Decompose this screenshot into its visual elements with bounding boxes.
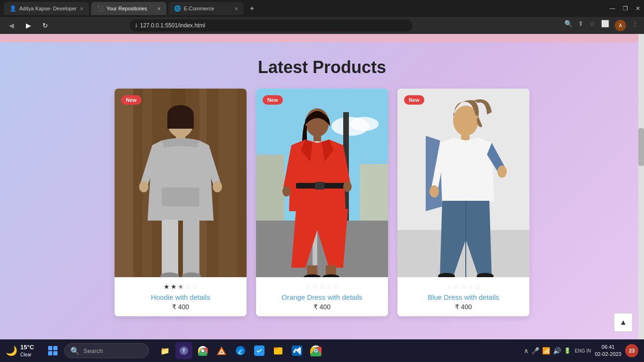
tab-close[interactable]: ✕ xyxy=(80,6,83,11)
tab-favicon: ⬛ xyxy=(97,5,104,12)
file-explorer-icon[interactable]: 📁 xyxy=(157,342,173,359)
svg-point-11 xyxy=(139,181,149,192)
star5: ☆ xyxy=(475,283,481,290)
svg-rect-13 xyxy=(162,220,178,277)
product-name-hoodie[interactable]: Hoodie with details xyxy=(122,293,239,301)
zoom-icon[interactable]: 🔍 xyxy=(564,20,572,31)
svg-rect-21 xyxy=(256,155,284,221)
new-badge: New xyxy=(121,95,141,105)
product-image-blue xyxy=(397,89,529,277)
clock-date: 02-02-2023 xyxy=(595,351,621,358)
battery-icon[interactable]: 🔋 xyxy=(564,347,571,354)
temperature: 15°C xyxy=(20,344,34,352)
svg-point-12 xyxy=(213,181,222,192)
notification-badge[interactable]: 23 xyxy=(625,344,638,357)
svg-point-51 xyxy=(201,349,204,352)
star5: ☆ xyxy=(192,283,198,290)
product-info: ★ ★ ★ ☆ ☆ Hoodie with details ₹ 400 xyxy=(115,277,247,316)
page-title: Latest Products xyxy=(258,58,386,77)
language-indicator: ENG IN xyxy=(575,348,591,354)
scrollbar[interactable] xyxy=(638,34,644,339)
url-bar[interactable]: ℹ 127.0.0.1:5501/index.html xyxy=(130,19,413,32)
svg-rect-10 xyxy=(162,188,199,206)
weather-condition: Clear xyxy=(20,352,34,358)
star4: ☆ xyxy=(326,283,332,290)
stars-blue: ☆ ☆ ☆ ☆ ☆ xyxy=(405,283,522,290)
volume-icon[interactable]: 🔊 xyxy=(553,347,561,354)
tab-favicon: 🌐 xyxy=(174,5,181,12)
toolbar-icons: 🔍 ⬆ ☆ ⬜ A ⋮ xyxy=(564,20,638,31)
product-info: ☆ ☆ ☆ ☆ ☆ Blue Dress with details ₹ 400 xyxy=(397,277,529,316)
svg-point-45 xyxy=(429,185,439,197)
tab-label: Your Repositories xyxy=(107,6,147,11)
up-arrow-icon[interactable]: ∧ xyxy=(524,347,528,354)
tab-label: E-Commerce xyxy=(184,6,215,11)
title-bar: 👤 Aditya Kapse- Developer ✕ ⬛ Your Repos… xyxy=(0,0,644,17)
stars-hoodie: ★ ★ ★ ☆ ☆ xyxy=(122,283,239,290)
website-content: Latest Products New xyxy=(0,34,644,339)
share-icon[interactable]: ⬆ xyxy=(578,20,584,31)
tab-repositories[interactable]: ⬛ Your Repositories ✕ xyxy=(91,2,166,15)
back-button[interactable]: ◀ xyxy=(6,20,17,31)
close-button[interactable]: ✕ xyxy=(636,5,640,12)
url-base: 127.0.0.1:5501/index.html xyxy=(140,22,205,29)
lock-icon: ℹ xyxy=(135,23,137,29)
star2: ☆ xyxy=(312,283,318,290)
taskbar-app-icons: 📁 T xyxy=(157,342,324,359)
product-image-container: New xyxy=(256,89,388,277)
taskbar: 🌙 15°C Clear 🔍 Search 📁 T xyxy=(0,339,644,362)
bookmark-icon[interactable]: ☆ xyxy=(589,20,595,31)
product-image-container: New xyxy=(115,89,247,277)
window-controls: — ❐ ✕ xyxy=(610,5,640,12)
tab-close[interactable]: ✕ xyxy=(234,6,238,11)
chrome2-icon[interactable] xyxy=(307,342,324,359)
tab-developer[interactable]: 👤 Aditya Kapse- Developer ✕ xyxy=(4,2,89,15)
product-card-hoodie[interactable]: New xyxy=(115,89,247,316)
start-button[interactable] xyxy=(45,343,60,358)
tray-icons: ∧ 🎤 📶 🔊 🔋 xyxy=(524,347,571,354)
svg-rect-58 xyxy=(274,347,278,349)
edge-icon[interactable] xyxy=(232,342,249,359)
files-icon[interactable] xyxy=(270,342,287,359)
svg-rect-14 xyxy=(183,220,199,277)
clock[interactable]: 06:41 02-02-2023 xyxy=(595,344,621,358)
product-info: ☆ ☆ ☆ ☆ ☆ Orange Dress with details ₹ 40… xyxy=(256,277,388,316)
refresh-button[interactable]: ↻ xyxy=(40,20,51,31)
wifi-icon[interactable]: 📶 xyxy=(542,347,550,354)
product-name-blue[interactable]: Blue Dress with details xyxy=(405,293,522,301)
svg-point-35 xyxy=(282,186,291,197)
todo-icon[interactable] xyxy=(251,342,268,359)
product-card-blue[interactable]: New xyxy=(397,89,529,316)
extensions-icon[interactable]: ⬜ xyxy=(601,20,609,31)
vlc-icon[interactable] xyxy=(213,342,230,359)
taskbar-search[interactable]: 🔍 Search xyxy=(64,343,149,358)
minimize-button[interactable]: — xyxy=(610,5,615,12)
star1: ☆ xyxy=(446,283,453,290)
scrollbar-thumb[interactable] xyxy=(638,128,644,166)
search-icon: 🔍 xyxy=(70,346,80,355)
new-tab-button[interactable]: + xyxy=(246,2,259,15)
vscode-icon[interactable] xyxy=(289,342,305,359)
forward-button[interactable]: ▶ xyxy=(23,20,34,31)
teams-icon[interactable]: T xyxy=(175,342,192,359)
product-image-container: New xyxy=(397,89,529,277)
tab-ecommerce[interactable]: 🌐 E-Commerce ✕ xyxy=(168,2,244,15)
star4: ☆ xyxy=(185,283,191,290)
mic-icon[interactable]: 🎤 xyxy=(531,347,539,354)
product-image-orange xyxy=(256,89,388,277)
star2: ★ xyxy=(171,283,177,290)
tab-favicon: 👤 xyxy=(9,5,17,12)
product-card-orange[interactable]: New xyxy=(256,89,388,316)
weather-info: 15°C Clear xyxy=(20,344,34,358)
tab-close[interactable]: ✕ xyxy=(157,6,161,11)
menu-icon[interactable]: ⋮ xyxy=(632,20,638,31)
product-name-orange[interactable]: Orange Dress with details xyxy=(264,293,380,301)
profile-icon[interactable]: A xyxy=(615,20,626,31)
products-grid: New xyxy=(115,89,529,316)
chrome-icon[interactable] xyxy=(194,342,211,359)
svg-point-41 xyxy=(497,165,507,178)
star1: ☆ xyxy=(305,283,311,290)
maximize-button[interactable]: ❐ xyxy=(623,5,628,12)
scroll-top-button[interactable]: ▲ xyxy=(614,313,633,332)
svg-rect-1 xyxy=(115,89,133,277)
